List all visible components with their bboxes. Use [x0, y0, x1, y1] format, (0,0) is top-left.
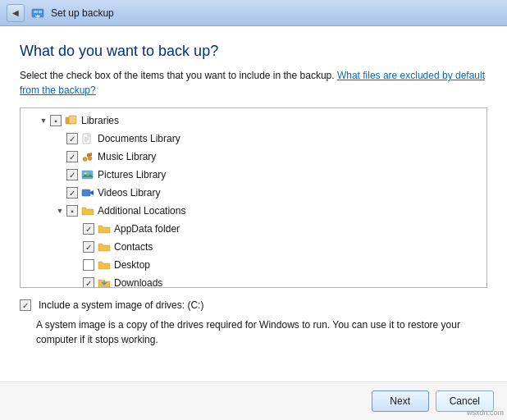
- svg-rect-5: [70, 116, 75, 123]
- next-button[interactable]: Next: [372, 390, 429, 412]
- no-expand-appdata: [70, 222, 83, 235]
- back-button[interactable]: ◀: [7, 4, 25, 22]
- appdata-icon: [97, 222, 112, 235]
- checkbox-pictures[interactable]: [66, 169, 78, 180]
- tree-item-pictures[interactable]: Pictures Library: [21, 166, 486, 184]
- libraries-label: Libraries: [81, 115, 119, 126]
- tree-item-appdata[interactable]: AppData folder: [21, 220, 486, 238]
- documents-icon: [80, 132, 95, 145]
- no-expand-desktop: [70, 258, 83, 272]
- checkbox-documents[interactable]: [66, 133, 78, 144]
- desktop-icon: [97, 258, 112, 272]
- no-expand-documents: [53, 132, 66, 145]
- appdata-label: AppData folder: [114, 223, 180, 235]
- no-expand-pictures: [53, 168, 66, 181]
- title-bar-icon: [30, 5, 46, 21]
- pictures-label: Pictures Library: [98, 169, 166, 180]
- additional-label: Additional Locations: [98, 205, 185, 217]
- system-image-row: Include a system image of drives: (C:): [20, 299, 487, 311]
- videos-label: Videos Library: [98, 187, 161, 199]
- content-body: What do you want to back up? Select the …: [0, 26, 507, 381]
- checkbox-videos[interactable]: [66, 187, 78, 199]
- svg-point-12: [88, 157, 92, 161]
- tree-item-music[interactable]: Music Library: [21, 148, 486, 166]
- additional-folder-icon: [80, 204, 95, 217]
- checkbox-desktop[interactable]: [83, 259, 94, 271]
- libraries-icon: [64, 114, 79, 127]
- no-expand-music: [53, 150, 66, 163]
- watermark: wsxdn.com: [467, 409, 504, 417]
- downloads-icon: [97, 276, 112, 288]
- checkbox-system-image[interactable]: [20, 299, 31, 311]
- tree-item-documents[interactable]: Documents Library: [21, 130, 486, 148]
- downloads-label: Downloads: [114, 277, 162, 288]
- tree-item-contacts[interactable]: Contacts: [21, 238, 486, 256]
- description-text: Select the check box of the items that y…: [20, 68, 487, 98]
- no-expand-videos: [53, 186, 66, 199]
- no-expand-downloads: [70, 276, 83, 288]
- documents-label: Documents Library: [98, 133, 180, 144]
- checkbox-contacts[interactable]: [83, 241, 94, 253]
- checkbox-additional[interactable]: [66, 205, 78, 217]
- expand-additional-icon[interactable]: ▼: [53, 204, 66, 217]
- file-tree[interactable]: ▼ Libraries: [20, 107, 487, 288]
- expand-libraries-icon[interactable]: ▼: [37, 114, 50, 127]
- checkbox-libraries[interactable]: [50, 115, 62, 126]
- footer: Next Cancel: [0, 381, 507, 420]
- music-icon: [80, 150, 95, 163]
- tree-root-libraries[interactable]: ▼ Libraries: [21, 112, 486, 130]
- no-expand-contacts: [70, 240, 83, 253]
- videos-icon: [80, 186, 95, 199]
- title-bar-text: Set up backup: [51, 7, 114, 19]
- contacts-icon: [97, 240, 112, 253]
- pictures-icon: [80, 168, 95, 181]
- tree-item-desktop[interactable]: Desktop: [21, 256, 486, 274]
- svg-point-11: [83, 158, 87, 162]
- contacts-label: Contacts: [114, 241, 153, 253]
- tree-item-downloads[interactable]: Downloads: [21, 274, 486, 288]
- tree-item-additional[interactable]: ▼ Additional Locations: [21, 202, 486, 220]
- system-image-description: A system image is a copy of the drives r…: [36, 317, 487, 347]
- svg-rect-15: [82, 189, 90, 196]
- checkbox-music[interactable]: [66, 151, 78, 162]
- main-content: What do you want to back up? Select the …: [0, 26, 507, 420]
- svg-rect-13: [82, 171, 93, 179]
- checkbox-appdata[interactable]: [83, 223, 94, 235]
- system-image-section: Include a system image of drives: (C:) A…: [20, 299, 487, 347]
- svg-rect-7: [88, 134, 90, 136]
- desktop-label: Desktop: [114, 259, 150, 271]
- music-label: Music Library: [98, 151, 156, 162]
- svg-rect-2: [39, 11, 42, 13]
- system-image-label: Include a system image of drives: (C:): [39, 299, 203, 311]
- page-title: What do you want to back up?: [20, 43, 487, 60]
- tree-inner: ▼ Libraries: [21, 108, 486, 288]
- title-bar: ◀ Set up backup: [0, 0, 507, 26]
- checkbox-downloads[interactable]: [83, 277, 94, 288]
- tree-item-videos[interactable]: Videos Library: [21, 184, 486, 202]
- svg-rect-1: [34, 11, 38, 13]
